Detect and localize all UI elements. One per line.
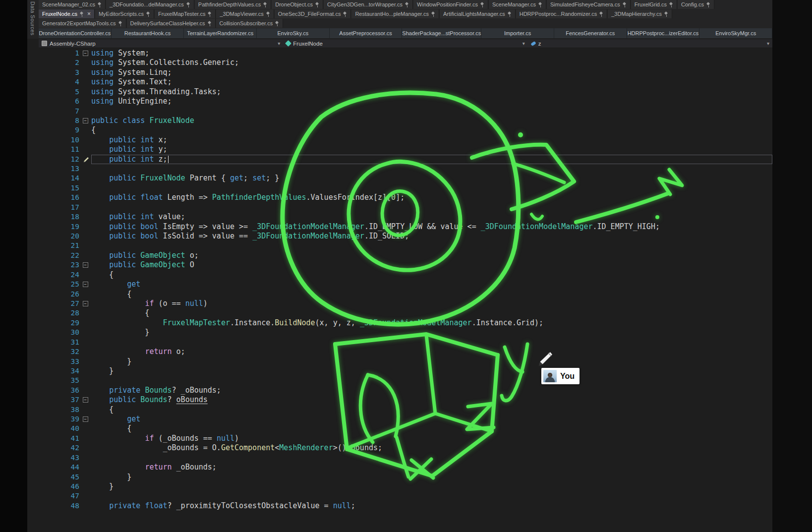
tab[interactable]: FruxelNode.cs× <box>39 9 95 18</box>
pin-icon[interactable] <box>405 2 409 7</box>
code-line[interactable]: 13 <box>27 164 772 174</box>
chevron-down-icon[interactable]: ▾ <box>522 41 525 46</box>
tab[interactable]: FencesGenerator.cs <box>554 28 627 38</box>
code-line[interactable]: 25− get <box>27 280 772 289</box>
tab[interactable]: _3DMapViewer.cs <box>216 9 274 18</box>
tab[interactable]: OneSec3D_FileFormat.cs <box>275 9 351 18</box>
project-dropdown[interactable]: Assembly-CSharp ▾ <box>39 39 283 48</box>
tab[interactable]: PathfinderDepthValues.cs <box>195 0 271 9</box>
tab[interactable]: DeliverySurfaceClassHelper.cs <box>127 19 216 28</box>
code-line[interactable]: 14 public FruxelNode Parent { get; set; … <box>27 174 772 183</box>
code-line[interactable]: 35 <box>27 376 772 385</box>
pin-icon[interactable] <box>263 2 267 7</box>
tab[interactable]: MyEditorScripts.cs <box>95 9 154 18</box>
tab[interactable]: EnviroSkyMgr.cs <box>699 28 772 38</box>
code-line[interactable]: 32 return o; <box>27 347 772 356</box>
code-line[interactable]: 7 <box>27 107 772 116</box>
tab[interactable]: Generator2ExportMapTools.cs <box>39 19 126 28</box>
tab[interactable]: CityGen3DGen...torWrapper.cs <box>324 0 413 9</box>
code-editor[interactable]: 1−using System;2using System.Collections… <box>27 49 772 532</box>
code-line[interactable]: 5using System.Threading.Tasks; <box>27 87 772 97</box>
code-line[interactable]: 1−using System; <box>27 49 772 58</box>
tab[interactable]: Config.cs <box>678 0 714 9</box>
tab[interactable]: SimulatedFisheyeCamera.cs <box>547 0 631 9</box>
pin-icon[interactable] <box>315 2 319 7</box>
fold-icon[interactable]: − <box>79 299 91 308</box>
code-line[interactable]: 3using System.Linq; <box>27 68 772 77</box>
code-line[interactable]: 23− public GameObject O <box>27 260 772 270</box>
code-line[interactable]: 8−public class FruxelNode <box>27 116 772 125</box>
code-line[interactable]: 17 <box>27 203 772 212</box>
tab[interactable]: CollisionSubscriber.cs <box>216 19 284 28</box>
tab[interactable]: RestaurantHo...pleManager.cs <box>351 9 439 18</box>
code-line[interactable]: 39− get <box>27 414 772 424</box>
tab[interactable]: DroneOrientationController.cs <box>39 28 112 38</box>
tab[interactable]: FruxelMapTester.cs <box>155 9 216 18</box>
code-line[interactable]: 10 public int x; <box>27 135 772 145</box>
code-line[interactable]: 16 public float Length => PathfinderDept… <box>27 193 772 202</box>
code-line[interactable]: 31 <box>27 338 772 347</box>
code-line[interactable]: 19 public bool IsEmpty => value >= _3DFo… <box>27 222 772 232</box>
tab[interactable]: AssetPreprocessor.cs <box>330 28 403 38</box>
tab[interactable]: ShaderPackage...stProcessor.cs <box>402 28 481 38</box>
code-line[interactable]: 30 } <box>27 328 772 337</box>
member-dropdown[interactable]: z ▾ <box>528 39 772 48</box>
tab[interactable]: SceneManager_02.cs <box>39 0 106 9</box>
code-line[interactable]: 12 public int z; <box>27 155 772 164</box>
pin-icon[interactable] <box>186 2 190 7</box>
pin-icon[interactable] <box>599 11 603 17</box>
code-line[interactable]: 37− public Bounds? oBounds <box>27 395 772 405</box>
code-line[interactable]: 21 <box>27 241 772 250</box>
code-line[interactable]: 22 public GameObject o; <box>27 251 772 260</box>
pin-icon[interactable] <box>266 11 270 17</box>
code-line[interactable]: 44 return _oBounds; <box>27 463 772 472</box>
code-line[interactable]: 29 FruxelMapTester.Instance.BuildNode(x,… <box>27 318 772 328</box>
close-icon[interactable]: × <box>86 11 91 17</box>
code-line[interactable]: 36 private Bounds? _oBounds; <box>27 386 772 395</box>
fold-icon[interactable]: − <box>79 49 91 58</box>
code-line[interactable]: 27− if (o == null) <box>27 299 772 308</box>
code-line[interactable]: 40 { <box>27 424 772 433</box>
pin-icon[interactable] <box>706 2 710 7</box>
pin-icon[interactable] <box>208 11 212 17</box>
tab[interactable]: _3DMapHierarchy.cs <box>608 9 672 18</box>
pin-icon[interactable] <box>80 11 84 17</box>
code-line[interactable]: 18 public int value; <box>27 212 772 222</box>
code-line[interactable]: 15 <box>27 183 772 193</box>
code-line[interactable]: 34 } <box>27 366 772 376</box>
pin-icon[interactable] <box>669 2 673 7</box>
tab[interactable]: HDRPPostproc...Randomizer.cs <box>516 9 608 18</box>
code-line[interactable]: 9{ <box>27 125 772 135</box>
fold-icon[interactable]: − <box>79 414 91 424</box>
fold-icon[interactable]: − <box>79 280 91 289</box>
pin-icon[interactable] <box>664 11 668 17</box>
tab[interactable]: RestaurantHook.cs <box>112 28 184 38</box>
pin-icon[interactable] <box>118 21 122 26</box>
code-line[interactable]: 48 private float? _proximityToClosestObs… <box>27 501 772 511</box>
chevron-down-icon[interactable]: ▾ <box>767 41 769 46</box>
tab[interactable]: HDRPPostproc...izerEditor.cs <box>627 28 700 38</box>
code-line[interactable]: 24 { <box>27 270 772 280</box>
pin-icon[interactable] <box>275 21 279 26</box>
tab[interactable]: Importer.cs <box>481 28 554 38</box>
code-line[interactable]: 47 <box>27 491 772 501</box>
code-line[interactable]: 41 if (_oBounds == null) <box>27 434 772 443</box>
fold-icon[interactable]: − <box>79 395 91 405</box>
tab[interactable]: TerrainLayerRandomizer.cs <box>184 28 257 38</box>
code-line[interactable]: 2using System.Collections.Generic; <box>27 58 772 67</box>
tab[interactable]: _3DFoundatio...delManager.cs <box>106 0 194 9</box>
code-line[interactable]: 45 } <box>27 473 772 482</box>
pin-icon[interactable] <box>98 2 102 7</box>
code-line[interactable]: 28 { <box>27 308 772 318</box>
pin-icon[interactable] <box>431 11 435 17</box>
tab[interactable]: DroneObject.cs <box>272 0 323 9</box>
code-line[interactable]: 38 { <box>27 405 772 414</box>
code-line[interactable]: 43 <box>27 453 772 463</box>
code-line[interactable]: 4using System.Text; <box>27 77 772 87</box>
code-line[interactable]: 11 public int y; <box>27 145 772 154</box>
code-line[interactable]: 33 } <box>27 357 772 366</box>
tab[interactable]: WindowPositionFinder.cs <box>413 0 488 9</box>
code-line[interactable]: 26 { <box>27 290 772 299</box>
pin-icon[interactable] <box>508 11 512 17</box>
code-line[interactable]: 20 public bool IsSolid => value == _3DFo… <box>27 232 772 241</box>
